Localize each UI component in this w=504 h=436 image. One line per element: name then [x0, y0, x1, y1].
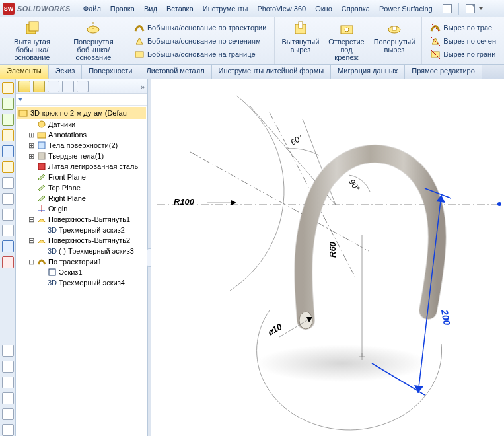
loft-boss-button[interactable]: Бобышка/основание по сечениям	[133, 35, 268, 47]
menu-powersurf[interactable]: Power Surfacing	[375, 2, 437, 15]
loft-cut-button[interactable]: Вырез по сечен	[429, 35, 497, 47]
menu-help[interactable]: Справка	[337, 2, 375, 15]
tree-root[interactable]: 3D-крюк по 2-м дугам (Defau	[17, 107, 146, 119]
rail-icon-b2[interactable]	[2, 361, 14, 373]
loft-cut-icon	[430, 36, 441, 46]
tree-twisty[interactable]: ⊟	[28, 258, 35, 266]
tree-twisty[interactable]: ⊟	[28, 215, 35, 224]
menu-view[interactable]: Вид	[139, 2, 162, 15]
hole-wizard-button[interactable]: Отверстие под крепеж	[326, 19, 367, 63]
rail-icon-b1[interactable]	[2, 345, 14, 357]
tree-item[interactable]: 3DТрехмерный эскиз2	[17, 225, 146, 235]
tree-twisty[interactable]: ⊞	[28, 152, 35, 161]
rail-icon-9[interactable]	[2, 209, 14, 221]
tree-item[interactable]: ⊟По траектории1	[17, 256, 146, 267]
tree-filter[interactable]: ▾	[16, 94, 147, 106]
tree-item[interactable]: Top Plane	[17, 182, 146, 193]
rail-icon-4[interactable]	[2, 129, 14, 141]
menu-tools[interactable]: Инструменты	[198, 2, 253, 15]
tree-twisty[interactable]: ⊞	[28, 131, 35, 139]
tab-features[interactable]: Элементы	[0, 65, 49, 79]
tree-item[interactable]: Эскиз1	[17, 267, 146, 277]
tree-item[interactable]: Front Plane	[17, 172, 146, 182]
sweep-cut-button[interactable]: Вырез по трае	[429, 22, 497, 34]
tree-item[interactable]: ⊞Annotations	[17, 129, 146, 140]
menu-bar: Файл Правка Вид Вставка Инструменты Phot…	[79, 2, 437, 15]
tree-node-label: Трехмерный эскиз2	[59, 226, 125, 234]
tree-item[interactable]: ⊟Поверхность-Вытянуть1	[17, 214, 146, 225]
panel-tab-feature-icon[interactable]	[18, 81, 30, 92]
ribbon-group-boss-more: Бобышка/основание по траектории Бобышка/…	[126, 17, 275, 64]
tree-item[interactable]: ⊞Тела поверхности(2)	[17, 140, 146, 151]
rail-icon-7[interactable]	[2, 177, 14, 189]
rail-icon-5[interactable]	[2, 145, 14, 157]
tree-item[interactable]: Origin	[17, 203, 146, 214]
rail-icon-b3[interactable]	[2, 377, 14, 388]
tab-surfaces[interactable]: Поверхности	[82, 65, 139, 79]
rail-icon-10[interactable]	[2, 225, 14, 236]
menu-window[interactable]: Окно	[310, 2, 337, 15]
new-document-icon[interactable]	[466, 4, 475, 13]
tab-directedit[interactable]: Прямое редактиро	[405, 65, 482, 79]
rail-icon-b4[interactable]	[2, 392, 14, 404]
sweep-boss-button[interactable]: Бобышка/основание по траектории	[133, 22, 268, 34]
svg-rect-9	[392, 26, 396, 30]
tab-migration[interactable]: Миграция данных	[331, 65, 405, 79]
rail-icon-3[interactable]	[2, 114, 14, 126]
tree-item[interactable]: ⊟Поверхность-Вытянуть2	[17, 235, 146, 246]
hook-end-cap	[299, 312, 312, 329]
rail-icon-6[interactable]	[2, 161, 14, 173]
boundary-boss-button[interactable]: Бобышка/основание на границе	[133, 48, 268, 60]
extrude-cut-button[interactable]: Вытянутый вырез	[279, 19, 322, 63]
rail-icon-1[interactable]	[2, 82, 14, 94]
tree-item[interactable]: 3D(-) Трехмерный эскиз3	[17, 246, 146, 256]
rail-icon-b6[interactable]	[2, 424, 14, 436]
tab-mold[interactable]: Инструменты литейной формы	[212, 65, 332, 79]
extrude-boss-icon	[24, 20, 40, 36]
tree-node-label: По траектории1	[48, 258, 102, 266]
rail-icon-8[interactable]	[2, 193, 14, 205]
quick-icon-1[interactable]	[443, 4, 452, 13]
revolve-cut-button[interactable]: Повернутый вырез	[371, 19, 418, 63]
rail-icon-b5[interactable]	[2, 408, 14, 420]
tree-node-label: Поверхность-Вытянуть1	[48, 215, 130, 223]
tree-item[interactable]: ⊞Твердые тела(1)	[17, 151, 146, 161]
tree-node-label: Поверхность-Вытянуть2	[48, 236, 130, 244]
menu-insert[interactable]: Вставка	[162, 2, 198, 15]
panel-tab-dim-icon[interactable]	[62, 81, 74, 92]
tree-node-icon	[37, 257, 46, 266]
extrude-boss-button[interactable]: Вытянутая бобышка/основание	[4, 19, 60, 63]
dropdown-icon[interactable]	[479, 7, 483, 10]
menu-photoview[interactable]: PhotoView 360	[252, 2, 310, 15]
tree-node-label: Эскиз1	[59, 268, 83, 276]
tree-item[interactable]: Литая легированная сталь	[17, 161, 146, 172]
tree-twisty[interactable]: ⊟	[28, 236, 35, 245]
sweep-cut-label: Вырез по трае	[443, 24, 492, 32]
feature-manager-panel: » ▾ 3D-крюк по 2-м дугам (Defau Датчики⊞…	[16, 79, 148, 436]
panel-overflow-icon[interactable]: »	[141, 83, 145, 91]
tree-node-icon	[37, 194, 46, 203]
tab-sheetmetal[interactable]: Листовой металл	[139, 65, 211, 79]
svg-rect-19	[38, 163, 45, 170]
revolve-boss-button[interactable]: Повернутая бобышка/основание	[65, 19, 122, 63]
menu-edit[interactable]: Правка	[106, 2, 139, 15]
panel-tab-display-icon[interactable]	[77, 81, 89, 92]
sweep-boss-icon	[134, 22, 145, 33]
panel-tab-config-icon[interactable]	[48, 81, 59, 92]
tree-twisty[interactable]: ⊞	[28, 141, 35, 150]
tree-item[interactable]: Датчики	[17, 119, 146, 129]
graphics-viewport[interactable]: 60° 90° R100 R60 ⌀10	[151, 79, 504, 436]
tree-node-label: Твердые тела(1)	[48, 152, 104, 160]
boundary-boss-label: Бобышка/основание на границе	[147, 50, 256, 58]
tab-sketch[interactable]: Эскиз	[49, 65, 82, 79]
rail-icon-12[interactable]	[2, 256, 14, 268]
rail-icon-2[interactable]	[2, 98, 14, 110]
panel-tab-property-icon[interactable]	[33, 81, 45, 92]
tree-item[interactable]: 3DТрехмерный эскиз4	[17, 277, 146, 288]
rail-icon-11[interactable]	[2, 240, 14, 252]
menu-file[interactable]: Файл	[79, 2, 106, 15]
feature-tree[interactable]: 3D-крюк по 2-м дугам (Defau Датчики⊞Anno…	[16, 106, 147, 436]
boundary-cut-button[interactable]: Вырез по грани	[429, 48, 497, 60]
svg-point-7	[345, 28, 349, 32]
tree-item[interactable]: Right Plane	[17, 193, 146, 203]
